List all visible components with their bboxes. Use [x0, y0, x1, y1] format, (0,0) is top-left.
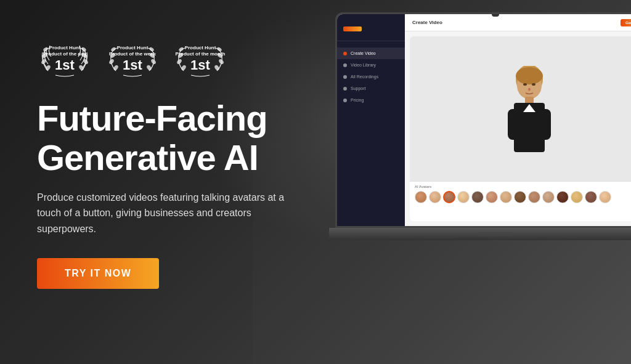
app-topbar: Create Video Generate — [405, 14, 631, 31]
avatar-thumb-14[interactable] — [599, 191, 611, 203]
avatar-thumb-9[interactable] — [528, 191, 540, 203]
sidebar-dot-library — [343, 63, 347, 67]
sidebar-label-create: Create Video — [351, 51, 376, 55]
sidebar-label-library: Video Library — [351, 63, 376, 67]
avatar-thumb-5[interactable] — [471, 191, 484, 203]
award-month-line2: Product of the month — [176, 51, 226, 57]
avatar-thumb-1[interactable] — [415, 191, 427, 203]
sidebar-item-recordings[interactable]: All Recordings — [337, 71, 405, 83]
sidebar-dot-create — [343, 52, 347, 55]
app-topbar-title: Create Video — [412, 20, 442, 25]
award-laurel-week: Product Hunt Product of the week 1st — [105, 37, 160, 80]
avatar-thumb-12[interactable] — [571, 191, 583, 203]
cta-button[interactable]: TRY IT NOW — [37, 258, 159, 289]
hero-title-line2: Generative AI — [37, 137, 258, 177]
svg-rect-33 — [508, 109, 520, 140]
app-sidebar-header — [337, 23, 405, 41]
award-day-top-line: Product Hunt — [43, 45, 86, 51]
award-day: Product Hunt Product of the day 1st — [37, 37, 92, 80]
award-laurel-month: Product Hunt Product of the month 1st — [173, 37, 228, 80]
sidebar-label-pricing: Pricing — [351, 98, 364, 102]
sidebar-label-support: Support — [351, 86, 366, 91]
sidebar-dot-support — [343, 87, 347, 91]
avatars-strip-label: AI Avatars — [415, 185, 631, 188]
left-panel: Product Hunt Product of the day 1st — [0, 0, 357, 364]
hero-subtitle: Produce customized videos featuring talk… — [37, 190, 302, 237]
app-generate-button[interactable]: Generate — [621, 19, 631, 26]
svg-point-32 — [528, 87, 531, 91]
avatar-thumb-2[interactable] — [429, 191, 441, 203]
avatar-thumb-13[interactable] — [585, 191, 597, 203]
sidebar-item-pricing[interactable]: Pricing — [337, 94, 405, 106]
avatar-thumb-6[interactable] — [486, 191, 498, 203]
avatar-thumb-4[interactable] — [457, 191, 470, 203]
laptop-screen: Create Video Video Library All Recording… — [335, 12, 631, 228]
video-preview: AI Avatars — [410, 36, 631, 221]
award-week: Product Hunt Product of the week 1st — [105, 37, 160, 80]
content-wrapper: Product Hunt Product of the day 1st — [0, 0, 631, 364]
award-week-rank: 1st — [109, 59, 156, 72]
avatar-thumb-10[interactable] — [542, 191, 555, 203]
sidebar-item-support[interactable]: Support — [337, 83, 405, 94]
award-day-text: Product Hunt Product of the day 1st — [43, 45, 86, 73]
awards-row: Product Hunt Product of the day 1st — [37, 37, 327, 80]
app-interface: Create Video Video Library All Recording… — [337, 14, 631, 226]
award-month: Product Hunt Product of the month 1st — [173, 37, 228, 80]
avatars-strip: AI Avatars — [410, 181, 631, 221]
award-laurel-day: Product Hunt Product of the day 1st — [37, 37, 92, 80]
avatar-thumb-7[interactable] — [500, 191, 512, 203]
sidebar-dot-recordings — [343, 75, 347, 79]
award-month-text: Product Hunt Product of the month 1st — [176, 45, 226, 73]
sidebar-item-video-library[interactable]: Video Library — [337, 59, 405, 71]
sidebar-dot-pricing — [343, 99, 347, 102]
award-week-text: Product Hunt Product of the week 1st — [109, 45, 156, 73]
avatars-grid — [415, 191, 631, 203]
award-month-rank: 1st — [176, 59, 226, 72]
laptop-mockup: Create Video Video Library All Recording… — [335, 12, 631, 240]
avatar-thumb-11[interactable] — [556, 191, 569, 203]
sidebar-label-recordings: All Recordings — [351, 75, 378, 79]
video-preview-area — [410, 36, 631, 181]
avatar-thumb-3[interactable] — [443, 191, 455, 203]
app-content-area: AI Avatars — [405, 31, 631, 226]
right-panel: Create Video Video Library All Recording… — [357, 0, 631, 364]
avatar-thumb-8[interactable] — [514, 191, 526, 203]
award-day-rank: 1st — [43, 59, 86, 72]
svg-point-30 — [523, 83, 527, 86]
hero-title: Future-Facing Generative AI — [37, 99, 327, 177]
svg-point-31 — [532, 83, 535, 86]
app-sidebar: Create Video Video Library All Recording… — [337, 14, 405, 226]
hero-title-line1: Future-Facing — [37, 98, 267, 138]
svg-rect-34 — [539, 109, 551, 140]
sidebar-item-create-video[interactable]: Create Video — [337, 47, 405, 59]
svg-point-26 — [516, 67, 543, 84]
app-logo — [343, 26, 362, 31]
app-main: Create Video Generate — [405, 14, 631, 226]
award-day-line2: Product of the day — [43, 51, 86, 57]
award-week-line1: Product Hunt — [109, 45, 156, 51]
award-week-line2: Product of the week — [109, 51, 156, 57]
laptop-base — [329, 228, 631, 240]
ai-avatar-preview — [502, 66, 557, 152]
award-month-line1: Product Hunt — [176, 45, 226, 51]
